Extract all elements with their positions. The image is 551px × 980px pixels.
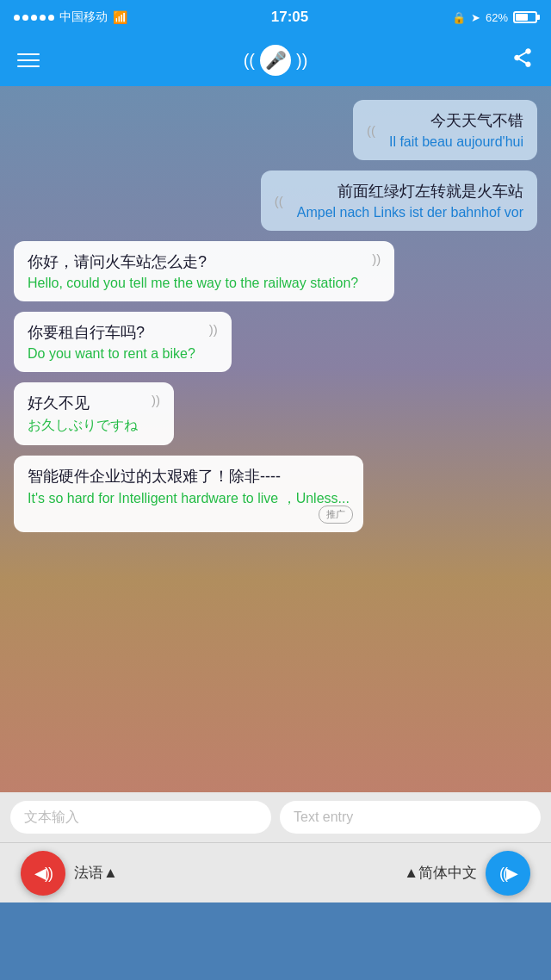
location-icon: ➤ — [471, 11, 480, 24]
msg1-translated: Il fait beau aujourd'hui — [389, 134, 523, 150]
left-language-button[interactable]: ◀)) 法语▲ — [21, 851, 118, 896]
ad-tag: 推广 — [319, 506, 353, 524]
right-mic-button[interactable]: ((▶ — [486, 851, 530, 896]
mic-button-header[interactable]: (( 🎤 )) — [244, 45, 308, 76]
wave-icon-1: (( — [367, 123, 375, 138]
right-language-label[interactable]: ▲简体中文 — [404, 863, 477, 883]
msg5-translated: お久しぶりですね — [28, 417, 138, 435]
msg3-translated: Hello, could you tell me the way to the … — [28, 276, 358, 291]
msg4-chinese: 你要租自行车吗? — [28, 322, 195, 343]
signal-dots — [14, 15, 54, 21]
msg3-chinese: 你好，请问火车站怎么走? — [28, 251, 358, 272]
carrier-name: 中国移动 — [59, 9, 108, 25]
wave-icon-5: )) — [152, 393, 160, 407]
status-left: 中国移动 📶 — [14, 9, 127, 25]
msg1-chinese: 今天天气不错 — [389, 110, 523, 131]
msg6-chinese: 智能硬件企业过的太艰难了！除非---- — [28, 466, 350, 487]
left-mic-button[interactable]: ◀)) — [21, 851, 65, 896]
battery-icon — [513, 11, 537, 23]
status-right: 🔒 ➤ 62% — [452, 11, 537, 24]
right-mic-wave-icon: ((▶ — [499, 864, 517, 883]
app-header: (( 🎤 )) — [0, 34, 551, 86]
status-time: 17:05 — [271, 9, 308, 26]
wave-left-icon: (( — [244, 51, 255, 71]
msg6-translated: It's so hard for Intelligent hardware to… — [28, 490, 350, 508]
message-bubble-6-ad: 智能硬件企业过的太艰难了！除非---- It's so hard for Int… — [14, 456, 363, 532]
chinese-text-input[interactable] — [10, 801, 271, 834]
wave-icon-2: (( — [275, 194, 283, 208]
msg5-chinese: 好久不见 — [28, 393, 138, 413]
msg4-translated: Do you want to rent a bike? — [28, 346, 195, 362]
message-bubble-2: (( 前面红绿灯左转就是火车站 Ampel nach Links ist der… — [261, 171, 537, 231]
wifi-icon: 📶 — [113, 10, 127, 24]
message-bubble-1: (( 今天天气不错 Il fait beau aujourd'hui — [353, 100, 537, 160]
wave-icon-3: )) — [372, 251, 381, 266]
bottom-bar: ◀)) 法语▲ ▲简体中文 ((▶ — [0, 842, 551, 902]
msg2-translated: Ampel nach Links ist der bahnhof vor — [297, 205, 523, 220]
lock-icon: 🔒 — [452, 11, 466, 24]
share-button[interactable] — [511, 47, 534, 74]
wave-right-icon: )) — [296, 51, 307, 71]
status-bar: 中国移动 📶 17:05 🔒 ➤ 62% — [0, 0, 551, 34]
chat-messages: (( 今天天气不错 Il fait beau aujourd'hui (( 前面… — [14, 100, 537, 532]
input-area — [0, 792, 551, 842]
wave-icon-4: )) — [209, 322, 218, 337]
msg2-chinese: 前面红绿灯左转就是火车站 — [297, 181, 523, 202]
english-text-input[interactable] — [280, 801, 541, 834]
menu-button[interactable] — [17, 53, 40, 67]
left-language-label[interactable]: 法语▲ — [74, 863, 118, 883]
battery-percent: 62% — [486, 11, 508, 24]
chat-area: (( 今天天气不错 Il fait beau aujourd'hui (( 前面… — [0, 86, 551, 792]
message-bubble-3: 你好，请问火车站怎么走? Hello, could you tell me th… — [14, 241, 394, 301]
left-mic-wave-icon: ◀)) — [34, 864, 52, 883]
right-language-button[interactable]: ▲简体中文 ((▶ — [404, 851, 530, 896]
microphone-icon[interactable]: 🎤 — [260, 45, 291, 76]
message-bubble-4: 你要租自行车吗? Do you want to rent a bike? )) — [14, 312, 232, 372]
message-bubble-5: 好久不见 お久しぶりですね )) — [14, 382, 174, 445]
